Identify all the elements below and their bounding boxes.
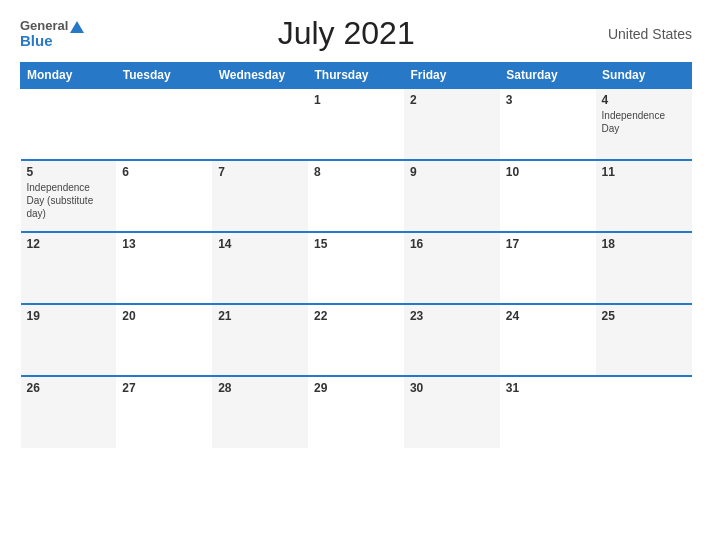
day-number: 18 — [602, 237, 686, 251]
logo-triangle-icon — [70, 21, 84, 33]
calendar-cell: 11 — [596, 160, 692, 232]
day-number: 11 — [602, 165, 686, 179]
calendar-table: Monday Tuesday Wednesday Thursday Friday… — [20, 62, 692, 448]
header-thursday: Thursday — [308, 63, 404, 89]
calendar-week-row: 19202122232425 — [21, 304, 692, 376]
calendar-cell: 7 — [212, 160, 308, 232]
calendar-cell: 30 — [404, 376, 500, 448]
header-saturday: Saturday — [500, 63, 596, 89]
calendar-wrapper: General Blue July 2021 United States Mon… — [0, 0, 712, 550]
day-number: 19 — [27, 309, 111, 323]
header-sunday: Sunday — [596, 63, 692, 89]
calendar-cell: 28 — [212, 376, 308, 448]
calendar-cell: 23 — [404, 304, 500, 376]
calendar-cell: 26 — [21, 376, 117, 448]
day-number: 28 — [218, 381, 302, 395]
day-number: 24 — [506, 309, 590, 323]
calendar-week-row: 5Independence Day (substitute day)678910… — [21, 160, 692, 232]
calendar-cell: 27 — [116, 376, 212, 448]
calendar-cell — [596, 376, 692, 448]
day-number: 6 — [122, 165, 206, 179]
country-label: United States — [608, 26, 692, 42]
calendar-body: 1234Independence Day5Independence Day (s… — [21, 88, 692, 448]
calendar-cell: 22 — [308, 304, 404, 376]
day-number: 10 — [506, 165, 590, 179]
day-number: 7 — [218, 165, 302, 179]
calendar-cell: 13 — [116, 232, 212, 304]
day-number: 5 — [27, 165, 111, 179]
day-number: 21 — [218, 309, 302, 323]
day-event: Independence Day (substitute day) — [27, 181, 111, 220]
day-number: 26 — [27, 381, 111, 395]
calendar-cell: 31 — [500, 376, 596, 448]
day-number: 31 — [506, 381, 590, 395]
calendar-cell: 25 — [596, 304, 692, 376]
calendar-cell: 24 — [500, 304, 596, 376]
day-number: 17 — [506, 237, 590, 251]
header-tuesday: Tuesday — [116, 63, 212, 89]
calendar-cell: 2 — [404, 88, 500, 160]
day-number: 13 — [122, 237, 206, 251]
calendar-cell: 16 — [404, 232, 500, 304]
month-title: July 2021 — [278, 15, 415, 52]
calendar-cell: 6 — [116, 160, 212, 232]
calendar-cell: 17 — [500, 232, 596, 304]
day-number: 12 — [27, 237, 111, 251]
header-friday: Friday — [404, 63, 500, 89]
logo-blue-text: Blue — [20, 33, 84, 48]
calendar-cell: 21 — [212, 304, 308, 376]
calendar-cell: 20 — [116, 304, 212, 376]
day-number: 8 — [314, 165, 398, 179]
logo-general-text: General — [20, 19, 84, 33]
day-number: 9 — [410, 165, 494, 179]
day-number: 16 — [410, 237, 494, 251]
day-number: 22 — [314, 309, 398, 323]
day-number: 30 — [410, 381, 494, 395]
day-number: 14 — [218, 237, 302, 251]
calendar-week-row: 1234Independence Day — [21, 88, 692, 160]
calendar-cell: 14 — [212, 232, 308, 304]
calendar-cell: 5Independence Day (substitute day) — [21, 160, 117, 232]
calendar-cell: 10 — [500, 160, 596, 232]
calendar-week-row: 12131415161718 — [21, 232, 692, 304]
calendar-cell: 19 — [21, 304, 117, 376]
calendar-week-row: 262728293031 — [21, 376, 692, 448]
weekday-header-row: Monday Tuesday Wednesday Thursday Friday… — [21, 63, 692, 89]
day-number: 25 — [602, 309, 686, 323]
calendar-header: General Blue July 2021 United States — [20, 15, 692, 52]
calendar-cell — [116, 88, 212, 160]
day-number: 2 — [410, 93, 494, 107]
calendar-cell: 8 — [308, 160, 404, 232]
day-number: 3 — [506, 93, 590, 107]
calendar-cell: 3 — [500, 88, 596, 160]
calendar-cell — [212, 88, 308, 160]
day-number: 23 — [410, 309, 494, 323]
calendar-cell — [21, 88, 117, 160]
day-number: 4 — [602, 93, 686, 107]
calendar-cell: 12 — [21, 232, 117, 304]
calendar-cell: 18 — [596, 232, 692, 304]
day-number: 20 — [122, 309, 206, 323]
logo: General Blue — [20, 19, 84, 48]
header-monday: Monday — [21, 63, 117, 89]
header-wednesday: Wednesday — [212, 63, 308, 89]
calendar-cell: 29 — [308, 376, 404, 448]
day-number: 15 — [314, 237, 398, 251]
calendar-cell: 9 — [404, 160, 500, 232]
calendar-cell: 1 — [308, 88, 404, 160]
day-number: 29 — [314, 381, 398, 395]
day-number: 27 — [122, 381, 206, 395]
calendar-cell: 15 — [308, 232, 404, 304]
calendar-cell: 4Independence Day — [596, 88, 692, 160]
day-event: Independence Day — [602, 109, 686, 135]
day-number: 1 — [314, 93, 398, 107]
